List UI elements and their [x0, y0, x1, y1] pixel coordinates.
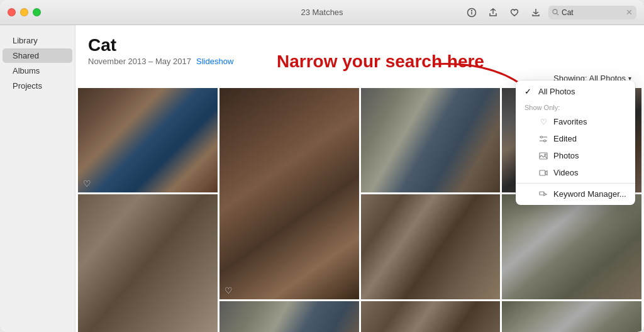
photo-cell[interactable] [502, 301, 641, 332]
photo-cell[interactable] [361, 88, 501, 192]
photo-cell[interactable] [78, 194, 218, 332]
dropdown-item-edited[interactable]: Edited [516, 130, 635, 147]
svg-point-7 [541, 136, 543, 138]
svg-rect-11 [540, 170, 545, 175]
video-icon [538, 169, 548, 177]
app-window: 23 Matches [0, 0, 644, 332]
sidebar-item-projects[interactable]: Projects [3, 79, 72, 93]
photo-cell[interactable]: ♡ [219, 88, 359, 299]
dropdown-item-photos[interactable]: Photos [516, 147, 635, 164]
page-title: Cat [88, 35, 631, 55]
close-button[interactable] [8, 8, 16, 16]
svg-rect-12 [540, 192, 544, 195]
checkmark-icon: ✓ [525, 87, 533, 96]
dropdown-item-keyword-manager[interactable]: Keyword Manager... [516, 185, 635, 202]
dropdown-item-videos[interactable]: Videos [516, 164, 635, 181]
titlebar: 23 Matches [0, 0, 644, 25]
sidebar-item-albums[interactable]: Albums [3, 64, 72, 78]
content-header: Cat November 2013 – May 2017 Slideshow [75, 25, 644, 71]
photo-cell[interactable] [361, 194, 501, 299]
slideshow-link[interactable]: Slideshow [196, 57, 233, 66]
dropdown-section-show-only: Show Only: [516, 100, 635, 113]
import-icon[interactable] [527, 6, 545, 19]
window-title: 23 Matches [301, 8, 343, 17]
search-clear-icon[interactable]: ✕ [626, 8, 633, 17]
sidebar-item-shared[interactable]: Shared [3, 48, 72, 63]
heart-icon: ♡ [538, 118, 548, 126]
heart-icon[interactable] [506, 6, 523, 19]
toolbar-icons: ✕ [463, 6, 636, 19]
svg-point-10 [545, 153, 546, 155]
minimize-button[interactable] [20, 8, 28, 16]
date-range: November 2013 – May 2017 [88, 57, 191, 66]
tag-icon [538, 190, 548, 199]
sliders-icon [538, 135, 548, 143]
dropdown-separator [516, 183, 635, 184]
traffic-lights [8, 8, 41, 16]
svg-line-4 [557, 14, 559, 16]
dropdown-item-favorites[interactable]: ♡ Favorites [516, 113, 635, 130]
maximize-button[interactable] [33, 8, 41, 16]
dropdown-item-all-photos[interactable]: ✓ All Photos [516, 83, 635, 100]
content-subtitle: November 2013 – May 2017 Slideshow [88, 57, 631, 66]
heart-badge: ♡ [225, 285, 233, 296]
share-icon[interactable] [484, 6, 502, 19]
search-input[interactable] [562, 8, 623, 17]
info-icon[interactable] [463, 6, 480, 19]
heart-badge: ♡ [83, 179, 91, 189]
svg-point-8 [544, 140, 546, 141]
photo-cell[interactable] [502, 194, 641, 299]
main-area: Library Shared Albums Projects Narrow yo… [0, 25, 644, 332]
photo-cell[interactable]: ♡ [78, 88, 218, 192]
photo-cell[interactable] [219, 301, 359, 332]
sidebar: Library Shared Albums Projects [0, 25, 75, 332]
dropdown-menu: ✓ All Photos Show Only: ♡ Favorites [516, 80, 635, 205]
svg-point-2 [472, 10, 472, 11]
svg-point-3 [553, 9, 557, 14]
content-area: Narrow your search here Cat November 201… [75, 25, 644, 332]
photo-cell[interactable] [361, 301, 501, 332]
photo-icon [538, 152, 548, 160]
sidebar-item-library[interactable]: Library [3, 33, 72, 48]
search-bar[interactable]: ✕ [548, 6, 636, 19]
